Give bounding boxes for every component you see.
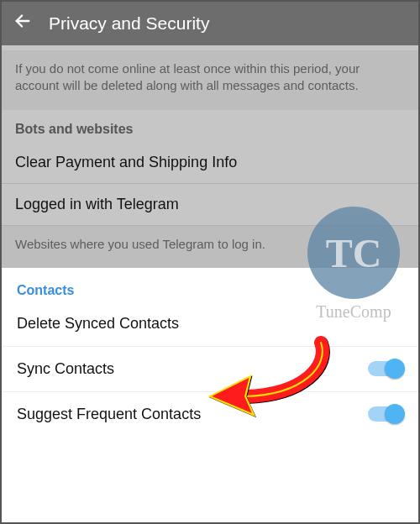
sync-contacts-item[interactable]: Sync Contacts xyxy=(2,347,418,392)
clear-payment-item[interactable]: Clear Payment and Shipping Info xyxy=(2,142,418,184)
contacts-header: Contacts xyxy=(2,273,418,301)
logged-in-item[interactable]: Logged in with Telegram xyxy=(2,184,418,226)
account-deletion-info: If you do not come online at least once … xyxy=(2,45,418,110)
contacts-section: Contacts Delete Synced Contacts Sync Con… xyxy=(2,268,418,437)
app-bar: Privacy and Security xyxy=(2,2,418,45)
back-icon[interactable] xyxy=(10,8,40,39)
sync-contacts-label: Sync Contacts xyxy=(17,360,114,378)
logged-in-info: Websites where you used Telegram to log … xyxy=(2,226,418,268)
suggest-contacts-toggle[interactable] xyxy=(368,406,403,422)
suggest-contacts-label: Suggest Frequent Contacts xyxy=(17,406,201,423)
dimmed-area: If you do not come online at least once … xyxy=(2,45,418,268)
bots-section-header: Bots and websites xyxy=(2,110,418,142)
suggest-contacts-item[interactable]: Suggest Frequent Contacts xyxy=(2,392,418,437)
delete-synced-label: Delete Synced Contacts xyxy=(17,315,179,333)
delete-synced-contacts-item[interactable]: Delete Synced Contacts xyxy=(2,301,418,347)
sync-contacts-toggle[interactable] xyxy=(368,361,403,376)
page-title: Privacy and Security xyxy=(49,13,209,34)
